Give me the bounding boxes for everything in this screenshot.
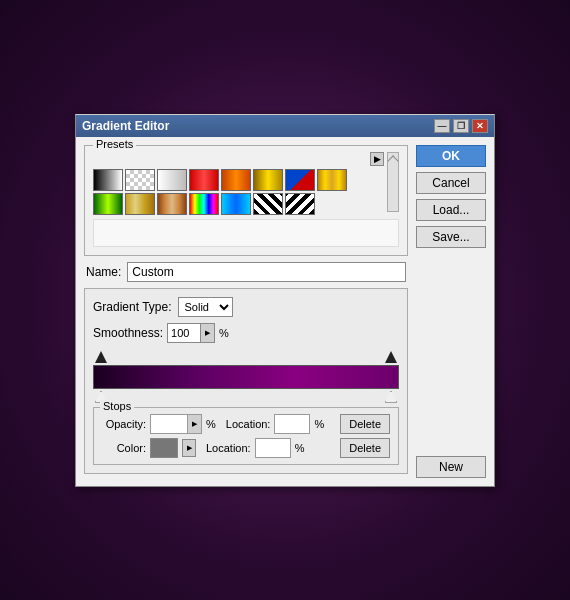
preset-orange[interactable] — [221, 169, 251, 191]
preset-multicolor[interactable] — [125, 193, 155, 215]
titlebar-controls: — ❐ ✕ — [434, 119, 488, 133]
smoothness-label: Smoothness: — [93, 326, 163, 340]
opacity-spin-button[interactable]: ▶ — [187, 415, 201, 433]
gradient-preview-bar[interactable] — [93, 365, 399, 389]
presets-area: ▶ — [93, 152, 399, 215]
presets-swatches: ▶ — [93, 152, 384, 215]
preset-rainbow[interactable] — [189, 193, 219, 215]
stops-group: Stops Opacity: ▶ % Location: % Delete — [93, 407, 399, 465]
left-panel: Presets ▶ — [84, 145, 408, 478]
smoothness-spin-button[interactable]: ▶ — [200, 324, 214, 342]
gradient-settings: Gradient Type: Solid Noise Smoothness: ▶… — [84, 288, 408, 474]
color-stops — [93, 391, 399, 403]
color-stop-right[interactable] — [385, 391, 397, 403]
presets-row-2 — [93, 193, 384, 215]
smoothness-unit: % — [219, 327, 229, 339]
color-location-label: Location: — [206, 442, 251, 454]
smoothness-input-group: ▶ — [167, 323, 215, 343]
preset-gold[interactable] — [317, 169, 347, 191]
preset-stripes[interactable] — [253, 193, 283, 215]
opacity-stop-right[interactable] — [385, 351, 397, 363]
color-location-input[interactable] — [255, 438, 291, 458]
opacity-location-unit: % — [314, 418, 324, 430]
opacity-unit: % — [206, 418, 216, 430]
name-input[interactable] — [127, 262, 406, 282]
presets-label: Presets — [93, 138, 136, 150]
ok-button[interactable]: OK — [416, 145, 486, 167]
preset-green-yellow[interactable] — [93, 193, 123, 215]
name-row: Name: — [84, 262, 408, 282]
close-button[interactable]: ✕ — [472, 119, 488, 133]
dialog-title: Gradient Editor — [82, 119, 169, 133]
preset-copper[interactable] — [157, 193, 187, 215]
color-stop-row: Color: ▶ Location: % Delete — [102, 438, 390, 458]
opacity-stop-left[interactable] — [95, 351, 107, 363]
presets-group: Presets ▶ — [84, 145, 408, 256]
presets-row-1 — [93, 169, 384, 191]
preset-yellow[interactable] — [253, 169, 283, 191]
smoothness-input[interactable] — [168, 327, 200, 339]
preset-red[interactable] — [189, 169, 219, 191]
opacity-label: Opacity: — [102, 418, 146, 430]
dialog-body: Presets ▶ — [76, 137, 494, 486]
load-button[interactable]: Load... — [416, 199, 486, 221]
opacity-delete-button[interactable]: Delete — [340, 414, 390, 434]
new-button[interactable]: New — [416, 456, 486, 478]
gradient-type-row: Gradient Type: Solid Noise — [93, 297, 399, 317]
titlebar: Gradient Editor — ❐ ✕ — [76, 115, 494, 137]
preset-transparent[interactable] — [125, 169, 155, 191]
presets-scrollbar[interactable] — [387, 152, 399, 212]
color-spin-button[interactable]: ▶ — [182, 439, 196, 457]
gradient-bar-area — [93, 351, 399, 403]
color-swatch[interactable] — [150, 438, 178, 458]
preset-blue-red[interactable] — [285, 169, 315, 191]
right-panel: OK Cancel Load... Save... New — [416, 145, 486, 478]
color-delete-button[interactable]: Delete — [340, 438, 390, 458]
presets-menu-button[interactable]: ▶ — [370, 152, 384, 166]
gradient-type-label: Gradient Type: — [93, 300, 172, 314]
smoothness-row: Smoothness: ▶ % — [93, 323, 399, 343]
gradient-type-select[interactable]: Solid Noise — [178, 297, 233, 317]
preset-cyan-blue[interactable] — [221, 193, 251, 215]
gradient-editor-dialog: Gradient Editor — ❐ ✕ Presets ▶ — [75, 114, 495, 487]
color-label: Color: — [102, 442, 146, 454]
opacity-stops — [93, 351, 399, 363]
opacity-value-input[interactable] — [151, 418, 187, 430]
name-label: Name: — [86, 265, 121, 279]
preset-diagonal[interactable] — [285, 193, 315, 215]
preset-white-transparent[interactable] — [157, 169, 187, 191]
stops-group-label: Stops — [100, 400, 134, 412]
opacity-stop-row: Opacity: ▶ % Location: % Delete — [102, 414, 390, 434]
color-location-unit: % — [295, 442, 305, 454]
restore-button[interactable]: ❐ — [453, 119, 469, 133]
opacity-value-group: ▶ — [150, 414, 202, 434]
cancel-button[interactable]: Cancel — [416, 172, 486, 194]
opacity-location-input[interactable] — [274, 414, 310, 434]
presets-empty-area — [93, 219, 399, 247]
opacity-location-label: Location: — [226, 418, 271, 430]
preset-black-white[interactable] — [93, 169, 123, 191]
minimize-button[interactable]: — — [434, 119, 450, 133]
save-button[interactable]: Save... — [416, 226, 486, 248]
